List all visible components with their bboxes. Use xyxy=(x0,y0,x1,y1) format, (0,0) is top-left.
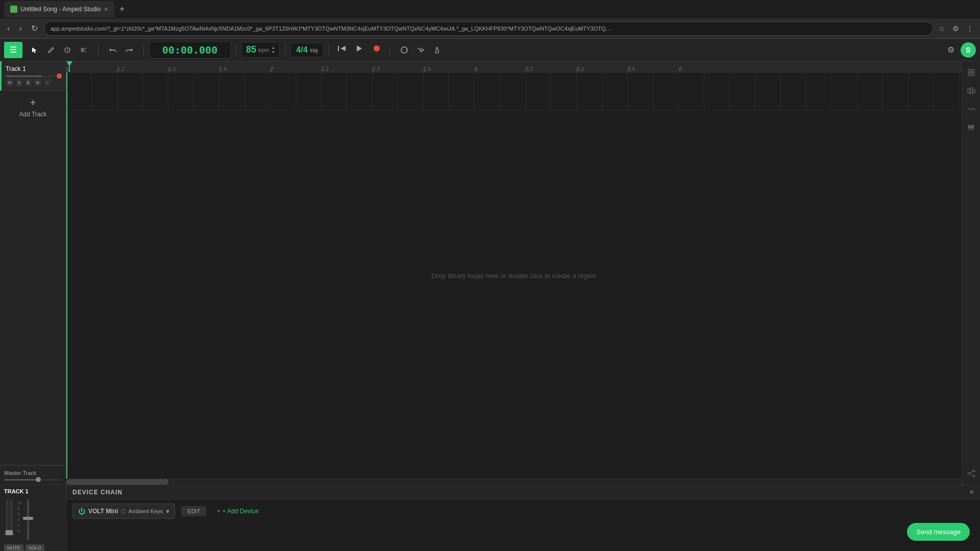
device-chain-close-button[interactable]: × xyxy=(969,488,974,497)
time-signature-display[interactable]: 4/4 sig xyxy=(290,43,323,57)
svg-rect-14 xyxy=(968,89,970,93)
sidebar-icon-share[interactable] xyxy=(964,466,978,481)
bpm-control[interactable]: 85 bpm ▲ ▼ xyxy=(241,42,280,58)
svg-rect-19 xyxy=(972,125,974,129)
master-track: Master Track xyxy=(0,465,66,485)
add-device-plus-icon: + xyxy=(216,508,220,515)
cursor-tool-button[interactable] xyxy=(28,43,42,57)
loop-button[interactable] xyxy=(397,43,411,57)
new-tab-button[interactable]: + xyxy=(116,2,128,17)
sidebar-icon-midi[interactable] xyxy=(964,120,978,135)
track-1-record-arm-button[interactable]: $ xyxy=(25,79,32,86)
sidebar-icon-browse[interactable] xyxy=(964,65,978,80)
timeline-ruler[interactable]: 1 1.2 1.3 1.4 2 2.2 2.3 2.4 3 3.2 3.3 3.… xyxy=(66,61,962,72)
bpm-label: bpm xyxy=(258,47,269,53)
browser-tab-active[interactable]: Untitled Song - Amped Studio × xyxy=(4,1,114,17)
svg-point-2 xyxy=(81,50,83,52)
ruler-mark-33: 3.3 xyxy=(577,61,584,72)
timeline-area: 1 1.2 1.3 1.4 2 2.2 2.3 2.4 3 3.2 3.3 3.… xyxy=(66,61,962,485)
bottom-mute-button[interactable]: MUTE xyxy=(4,544,23,551)
undo-icon xyxy=(109,46,117,54)
device-dropdown-arrow[interactable]: ▾ xyxy=(166,507,169,515)
punch-in-button[interactable] xyxy=(413,43,428,57)
svg-rect-15 xyxy=(970,88,972,94)
vu-level-12: 12 xyxy=(17,500,22,505)
scrollbar-thumb[interactable] xyxy=(66,479,168,485)
toolbar-separator-6 xyxy=(389,44,390,56)
browser-nav: ‹ › ↻ app.ampedstudio.com/?_gl=1*zkt20c*… xyxy=(0,18,980,39)
sidebar-icon-patterns[interactable] xyxy=(964,84,978,98)
ruler-mark-4: 4 xyxy=(679,61,682,72)
back-button[interactable]: ‹ xyxy=(4,22,13,35)
bpm-arrows: ▲ ▼ xyxy=(271,45,275,55)
add-track-label: Add Track xyxy=(19,111,46,118)
redo-button[interactable] xyxy=(122,43,136,57)
clock-tool-button[interactable] xyxy=(60,43,75,57)
device-chain-header: DEVICE CHAIN × xyxy=(66,485,980,499)
device-power-icon[interactable]: ⏻ xyxy=(78,507,85,515)
horizontal-scrollbar[interactable] xyxy=(66,479,962,485)
svg-point-21 xyxy=(973,470,975,472)
track-1-wave-button[interactable]: ~ xyxy=(44,79,51,86)
more-button[interactable]: ⋮ xyxy=(964,23,976,34)
undo-button[interactable] xyxy=(106,43,120,57)
bottom-fader[interactable] xyxy=(4,533,14,535)
bookmark-button[interactable]: ☆ xyxy=(936,23,948,34)
svg-rect-13 xyxy=(972,73,974,76)
vu-level-0: 0 xyxy=(17,517,22,522)
record-button[interactable] xyxy=(369,42,384,58)
bottom-solo-button[interactable]: SOLO xyxy=(26,544,44,551)
user-avatar[interactable]: S xyxy=(961,42,976,58)
time-display: 00:00.000 xyxy=(149,41,231,59)
vertical-fader-thumb[interactable] xyxy=(23,517,33,520)
bottom-panel: TRACK 1 xyxy=(0,485,980,551)
right-toolbar: ⚙ S xyxy=(944,42,976,58)
address-bar[interactable]: app.ampedstudio.com/?_gl=1*zkt20c*_ga*MT… xyxy=(44,21,933,36)
refresh-button[interactable]: ↻ xyxy=(28,21,41,35)
ruler-mark-12: 1.2 xyxy=(117,61,125,72)
metronome-button[interactable] xyxy=(430,43,444,57)
device-edit-button[interactable]: EDIT xyxy=(181,506,206,516)
track-1-mute-button[interactable]: M xyxy=(6,79,14,86)
record-icon xyxy=(372,44,381,53)
ruler-mark-24: 2.4 xyxy=(424,61,431,72)
device-item-volt-mini[interactable]: ⏻ VOLT Mini ⬡ Ambient Keys ▾ xyxy=(72,504,175,519)
tab-close-button[interactable]: × xyxy=(104,5,108,13)
track-item-1: Track 1 M S $ ⊘ ~ xyxy=(0,61,66,91)
menu-button[interactable]: ☰ xyxy=(4,42,22,58)
scissors-tool-button[interactable] xyxy=(77,43,91,57)
track-1-input-button[interactable]: ⊘ xyxy=(34,79,42,86)
ruler-mark-32: 3.2 xyxy=(526,61,533,72)
svg-marker-5 xyxy=(357,45,362,52)
track-1-controls: M S $ ⊘ ~ xyxy=(6,79,62,86)
url-text: app.ampedstudio.com/?_gl=1*zkt20c*_ga*MT… xyxy=(51,26,612,32)
master-volume-knob[interactable] xyxy=(36,477,41,482)
tracks-content[interactable]: Drop library loops here or double click … xyxy=(66,72,962,479)
send-message-button[interactable]: Send message xyxy=(907,523,970,541)
track-1-volume-knob[interactable] xyxy=(57,73,62,79)
nav-actions: ☆ ⚙ ⋮ xyxy=(936,23,976,34)
toolbar-separator-1 xyxy=(98,44,99,56)
track-lane-1[interactable] xyxy=(66,72,962,111)
sidebar-icon-samples[interactable] xyxy=(964,102,978,116)
track-1-name: Track 1 xyxy=(6,65,62,72)
device-plugin-name: Ambient Keys xyxy=(128,508,163,514)
vertical-fader[interactable] xyxy=(27,499,29,540)
device-name-label: VOLT Mini xyxy=(88,508,118,515)
ruler-mark-2: 2 xyxy=(271,61,274,72)
transport-group xyxy=(334,42,384,58)
toolbar-separator-5 xyxy=(329,44,329,56)
add-device-button[interactable]: + + Add Device xyxy=(210,505,264,518)
forward-button[interactable]: › xyxy=(16,22,24,35)
play-button[interactable] xyxy=(352,42,367,58)
pencil-tool-button[interactable] xyxy=(44,43,58,57)
skip-back-button[interactable] xyxy=(334,42,350,58)
track-1-solo-button[interactable]: S xyxy=(16,79,23,86)
fader-thumb[interactable] xyxy=(6,530,13,535)
extensions-button[interactable]: ⚙ xyxy=(950,23,962,34)
metronome-icon xyxy=(433,46,441,54)
scissors-icon xyxy=(80,46,87,54)
tab-title: Untitled Song - Amped Studio xyxy=(20,6,101,13)
add-track-button[interactable]: + Add Track xyxy=(0,91,66,124)
settings-button[interactable]: ⚙ xyxy=(944,43,958,57)
